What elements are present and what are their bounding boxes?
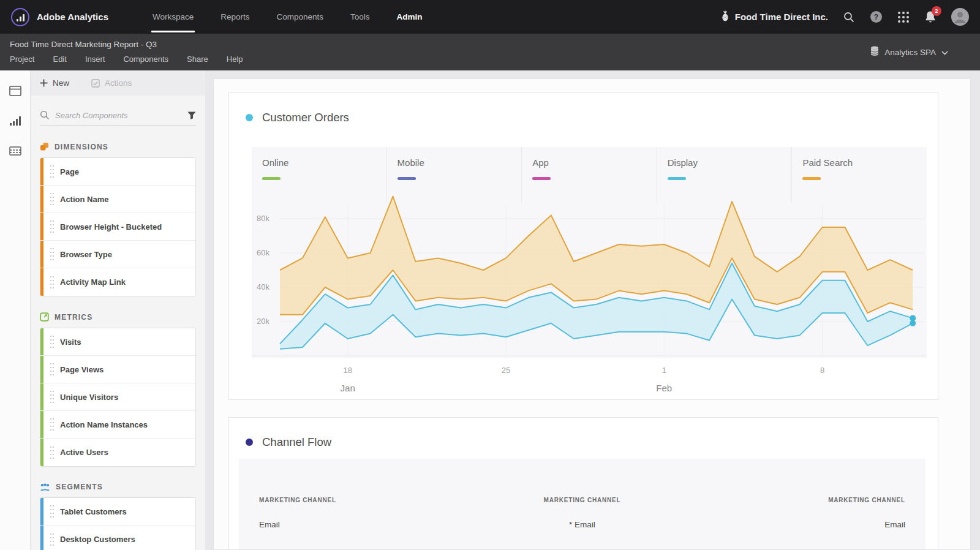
- panel-collapse-dot[interactable]: [246, 114, 253, 121]
- drag-handle-icon[interactable]: [50, 532, 55, 547]
- segment-item[interactable]: Desktop Customers: [40, 526, 195, 550]
- notifications-bell-icon[interactable]: 2: [924, 10, 937, 23]
- metric-color-bar: [40, 328, 43, 355]
- drag-handle-icon[interactable]: [50, 275, 55, 290]
- dimension-color-bar: [40, 268, 43, 296]
- menu-item[interactable]: Project: [10, 55, 34, 64]
- dimension-item[interactable]: Activity Map Link: [40, 268, 195, 296]
- search-icon[interactable]: [843, 11, 855, 23]
- segments-label: SEGMENTS: [56, 483, 103, 491]
- drag-handle-icon[interactable]: [50, 390, 55, 404]
- segment-item[interactable]: Tablet Customers: [40, 498, 195, 526]
- dimension-item-label: Browser Type: [60, 250, 112, 259]
- metric-item-label: Active Users: [60, 448, 108, 457]
- new-component-button[interactable]: New: [40, 78, 69, 88]
- workspace-panel-container: Customer Orders 80k60k40k20k Online: [213, 78, 971, 550]
- report-suite-name: Analytics SPA: [884, 48, 936, 57]
- segments-people-icon: [40, 483, 50, 491]
- flow-columns: MARKETING CHANNEL Email MARKETING CHANNE…: [259, 497, 905, 529]
- metrics-label: METRICS: [55, 313, 92, 322]
- freeform-table-icon[interactable]: [9, 146, 21, 159]
- dimension-color-bar: [40, 158, 43, 185]
- dimension-item[interactable]: Page: [40, 158, 195, 186]
- metric-item[interactable]: Action Name Instances: [40, 411, 195, 439]
- flow-column: MARKETING CHANNEL * Email: [544, 497, 621, 529]
- x-tick-label: 1: [662, 366, 666, 375]
- company-name: Food Time Direct Inc.: [735, 12, 828, 22]
- drag-handle-icon[interactable]: [50, 192, 55, 206]
- metric-item-label: Visits: [60, 337, 81, 347]
- filter-funnel-icon[interactable]: [187, 111, 196, 119]
- drag-handle-icon[interactable]: [50, 504, 55, 519]
- menu-item[interactable]: Components: [123, 55, 168, 64]
- svg-text:20k: 20k: [257, 317, 270, 326]
- project-menubar: ProjectEditInsertComponentsShareHelp: [10, 55, 970, 64]
- chevron-down-icon: [941, 48, 948, 57]
- legend-item[interactable]: App: [521, 147, 657, 203]
- apps-grid-icon[interactable]: [897, 11, 910, 23]
- flow-channel-value[interactable]: * Email: [544, 520, 621, 529]
- help-icon[interactable]: ?: [870, 10, 883, 23]
- flow-column-header: MARKETING CHANNEL: [828, 497, 905, 503]
- user-avatar[interactable]: [951, 8, 969, 26]
- x-month-label: Jan: [341, 383, 355, 393]
- legend-item-label: Mobile: [398, 157, 522, 168]
- legend-item[interactable]: Online: [252, 147, 386, 203]
- segment-color-bar: [40, 498, 43, 525]
- metric-color-bar: [40, 356, 43, 383]
- metric-item[interactable]: Page Views: [40, 356, 195, 383]
- legend-item-label: Online: [262, 157, 386, 168]
- drag-handle-icon[interactable]: [50, 417, 55, 432]
- dimension-item[interactable]: Action Name: [40, 186, 195, 213]
- report-suite-selector[interactable]: Analytics SPA: [870, 46, 948, 58]
- legend-item-label: Display: [668, 157, 792, 168]
- metrics-icon: [40, 312, 49, 322]
- drag-handle-icon[interactable]: [50, 362, 55, 377]
- metric-color-bar: [40, 439, 43, 466]
- nav-reports[interactable]: Reports: [207, 0, 263, 34]
- svg-text:40k: 40k: [257, 282, 270, 292]
- flow-channel-value[interactable]: Email: [259, 520, 336, 529]
- left-icon-rail: [0, 70, 31, 550]
- nav-workspace[interactable]: Workspace: [139, 0, 207, 34]
- drag-handle-icon[interactable]: [50, 219, 55, 234]
- nav-components[interactable]: Components: [263, 0, 337, 34]
- actions-button[interactable]: Actions: [91, 78, 132, 88]
- dimension-item-label: Browser Height - Bucketed: [60, 222, 162, 232]
- menu-item[interactable]: Edit: [53, 55, 66, 64]
- dimensions-label: DIMENSIONS: [55, 143, 108, 151]
- drag-handle-icon[interactable]: [50, 164, 55, 179]
- org-switcher[interactable]: Food Time Direct Inc.: [720, 10, 828, 24]
- nav-admin[interactable]: Admin: [383, 0, 436, 34]
- drag-handle-icon[interactable]: [50, 247, 55, 262]
- dimension-item-label: Action Name: [60, 195, 108, 204]
- legend-item[interactable]: Display: [657, 147, 792, 203]
- menu-item[interactable]: Insert: [85, 55, 105, 64]
- metric-item[interactable]: Unique Visitors: [40, 383, 195, 411]
- search-icon: [40, 110, 50, 120]
- app-title: Adobe Analytics: [37, 12, 108, 22]
- segment-item-label: Tablet Customers: [60, 507, 127, 516]
- flow-column: MARKETING CHANNEL Email: [828, 497, 905, 529]
- metric-item[interactable]: Visits: [40, 328, 195, 356]
- flow-channel-value[interactable]: Email: [828, 520, 905, 529]
- legend-item[interactable]: Paid Search: [791, 147, 927, 203]
- drag-handle-icon[interactable]: [50, 445, 55, 460]
- legend-item[interactable]: Mobile: [386, 147, 522, 203]
- project-title: Food Time Direct Marketing Report - Q3: [10, 40, 970, 49]
- nav-tools[interactable]: Tools: [337, 0, 383, 34]
- segments-list: Tablet Customers Desktop Customers: [40, 497, 196, 550]
- drag-handle-icon[interactable]: [50, 334, 55, 349]
- legend-color-chip: [398, 177, 416, 180]
- search-components-input[interactable]: [55, 111, 182, 120]
- dimension-item[interactable]: Browser Height - Bucketed: [40, 213, 195, 241]
- menu-item[interactable]: Help: [227, 55, 243, 64]
- panels-icon[interactable]: [9, 86, 21, 99]
- menu-item[interactable]: Share: [187, 55, 208, 64]
- metrics-section-header: METRICS: [40, 312, 196, 322]
- panel-collapse-dot[interactable]: [246, 439, 253, 446]
- metric-item[interactable]: Active Users: [40, 439, 195, 466]
- dimension-item[interactable]: Browser Type: [40, 241, 195, 268]
- x-tick-label: 25: [502, 366, 510, 375]
- visualizations-icon[interactable]: [9, 116, 21, 129]
